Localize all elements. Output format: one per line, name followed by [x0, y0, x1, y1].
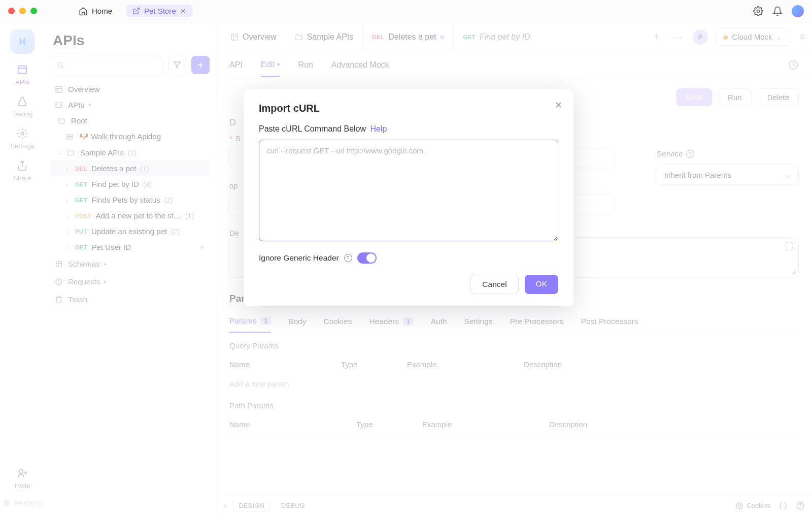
- help-icon[interactable]: ?: [344, 254, 352, 262]
- gear-icon[interactable]: [753, 6, 763, 16]
- maximize-window[interactable]: [30, 8, 37, 14]
- home-tab[interactable]: Home: [73, 4, 118, 19]
- modal-title: Import cURL: [259, 103, 558, 114]
- minimize-window[interactable]: [19, 8, 26, 14]
- svg-point-0: [757, 10, 760, 12]
- close-window[interactable]: [8, 8, 15, 14]
- home-label: Home: [92, 7, 112, 15]
- ignore-header-toggle[interactable]: [357, 252, 377, 264]
- close-tab-icon[interactable]: ✕: [180, 7, 186, 15]
- ignore-header-label: Ignore Generic Header: [259, 253, 339, 263]
- project-tab[interactable]: Pet Store ✕: [126, 5, 192, 17]
- project-tab-label: Pet Store: [144, 7, 176, 15]
- titlebar-actions: [753, 5, 804, 17]
- window-controls: [8, 8, 37, 14]
- user-avatar[interactable]: [792, 5, 804, 17]
- import-curl-modal: Import cURL ✕ Paste cURL Command Below H…: [244, 89, 573, 306]
- help-link[interactable]: Help: [370, 124, 387, 133]
- home-icon: [79, 7, 88, 16]
- cancel-button[interactable]: Cancel: [470, 275, 518, 294]
- modal-label: Paste cURL Command Below Help: [259, 124, 558, 134]
- ok-button[interactable]: OK: [525, 275, 558, 294]
- curl-input[interactable]: [259, 140, 558, 241]
- external-link-icon: [132, 7, 140, 15]
- modal-close-icon[interactable]: ✕: [555, 100, 562, 111]
- bell-icon[interactable]: [772, 6, 783, 16]
- titlebar: Home Pet Store ✕: [0, 0, 812, 22]
